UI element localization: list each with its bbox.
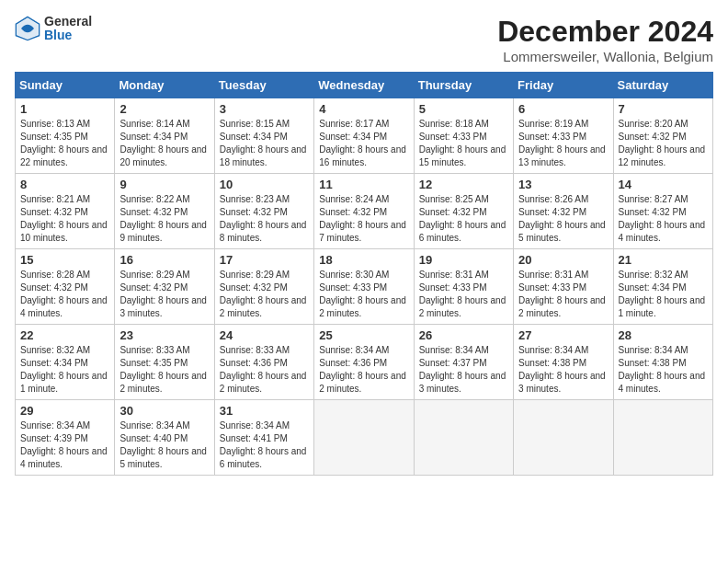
day-info: Sunrise: 8:19 AMSunset: 4:33 PMDaylight:… — [518, 118, 608, 169]
day-info: Sunrise: 8:34 AMSunset: 4:39 PMDaylight:… — [20, 419, 109, 471]
day-number: 20 — [518, 253, 608, 267]
day-number: 12 — [419, 178, 508, 191]
calendar-header-row: SundayMondayTuesdayWednesdayThursdayFrid… — [16, 73, 713, 98]
day-number: 31 — [220, 404, 309, 418]
day-number: 9 — [119, 178, 209, 191]
calendar-cell: 25Sunrise: 8:34 AMSunset: 4:36 PMDayligh… — [314, 325, 414, 400]
calendar-week-row: 1Sunrise: 8:13 AMSunset: 4:35 PMDaylight… — [16, 98, 713, 174]
day-number: 30 — [119, 404, 209, 418]
day-number: 19 — [419, 253, 508, 267]
calendar-cell: 28Sunrise: 8:34 AMSunset: 4:38 PMDayligh… — [613, 325, 712, 400]
day-number: 8 — [20, 178, 109, 191]
day-number: 11 — [319, 178, 408, 191]
calendar-cell: 12Sunrise: 8:25 AMSunset: 4:32 PMDayligh… — [414, 174, 513, 249]
calendar-cell: 14Sunrise: 8:27 AMSunset: 4:32 PMDayligh… — [613, 174, 712, 249]
calendar-cell — [514, 400, 613, 476]
day-info: Sunrise: 8:34 AMSunset: 4:38 PMDaylight:… — [619, 344, 708, 396]
day-info: Sunrise: 8:34 AMSunset: 4:37 PMDaylight:… — [419, 344, 508, 396]
calendar-cell: 31Sunrise: 8:34 AMSunset: 4:41 PMDayligh… — [214, 400, 313, 476]
calendar-cell: 21Sunrise: 8:32 AMSunset: 4:34 PMDayligh… — [613, 249, 712, 325]
title-area: December 2024 Lommersweiler, Wallonia, B… — [497, 15, 713, 64]
day-header-sunday: Sunday — [16, 73, 115, 98]
day-info: Sunrise: 8:17 AMSunset: 4:34 PMDaylight:… — [319, 118, 408, 169]
day-info: Sunrise: 8:15 AMSunset: 4:34 PMDaylight:… — [220, 118, 309, 169]
day-number: 6 — [518, 102, 608, 116]
calendar-cell: 20Sunrise: 8:31 AMSunset: 4:33 PMDayligh… — [514, 249, 613, 325]
day-number: 14 — [619, 178, 708, 191]
day-info: Sunrise: 8:21 AMSunset: 4:32 PMDaylight:… — [20, 193, 109, 245]
calendar-cell: 16Sunrise: 8:29 AMSunset: 4:32 PMDayligh… — [115, 249, 214, 325]
day-info: Sunrise: 8:25 AMSunset: 4:32 PMDaylight:… — [419, 193, 508, 245]
day-info: Sunrise: 8:13 AMSunset: 4:35 PMDaylight:… — [20, 118, 109, 169]
day-number: 26 — [419, 328, 508, 342]
day-number: 3 — [220, 102, 309, 116]
day-info: Sunrise: 8:14 AMSunset: 4:34 PMDaylight:… — [119, 118, 209, 169]
day-header-thursday: Thursday — [414, 73, 513, 98]
logo-icon — [15, 16, 40, 41]
calendar-cell: 15Sunrise: 8:28 AMSunset: 4:32 PMDayligh… — [16, 249, 115, 325]
calendar-cell — [414, 400, 513, 476]
calendar-cell: 3Sunrise: 8:15 AMSunset: 4:34 PMDaylight… — [214, 98, 313, 174]
calendar-cell: 17Sunrise: 8:29 AMSunset: 4:32 PMDayligh… — [214, 249, 313, 325]
calendar-cell: 26Sunrise: 8:34 AMSunset: 4:37 PMDayligh… — [414, 325, 513, 400]
calendar-week-row: 15Sunrise: 8:28 AMSunset: 4:32 PMDayligh… — [16, 249, 713, 325]
day-number: 17 — [220, 253, 309, 267]
calendar-cell: 4Sunrise: 8:17 AMSunset: 4:34 PMDaylight… — [314, 98, 414, 174]
day-info: Sunrise: 8:33 AMSunset: 4:36 PMDaylight:… — [220, 344, 309, 396]
location-subtitle: Lommersweiler, Wallonia, Belgium — [497, 49, 713, 64]
calendar-cell: 27Sunrise: 8:34 AMSunset: 4:38 PMDayligh… — [514, 325, 613, 400]
logo-general-text: General — [44, 15, 92, 29]
day-info: Sunrise: 8:34 AMSunset: 4:41 PMDaylight:… — [220, 419, 309, 471]
calendar-cell: 8Sunrise: 8:21 AMSunset: 4:32 PMDaylight… — [16, 174, 115, 249]
calendar-cell: 29Sunrise: 8:34 AMSunset: 4:39 PMDayligh… — [16, 400, 115, 476]
day-info: Sunrise: 8:34 AMSunset: 4:36 PMDaylight:… — [319, 344, 408, 396]
calendar-week-row: 8Sunrise: 8:21 AMSunset: 4:32 PMDaylight… — [16, 174, 713, 249]
calendar-cell — [314, 400, 414, 476]
day-header-tuesday: Tuesday — [214, 73, 313, 98]
calendar-cell: 13Sunrise: 8:26 AMSunset: 4:32 PMDayligh… — [514, 174, 613, 249]
day-header-friday: Friday — [514, 73, 613, 98]
day-info: Sunrise: 8:30 AMSunset: 4:33 PMDaylight:… — [319, 269, 408, 320]
calendar-cell — [613, 400, 712, 476]
day-number: 27 — [518, 328, 608, 342]
day-number: 23 — [119, 328, 209, 342]
calendar-table: SundayMondayTuesdayWednesdayThursdayFrid… — [15, 72, 713, 476]
day-number: 4 — [319, 102, 408, 116]
day-number: 15 — [20, 253, 109, 267]
day-info: Sunrise: 8:27 AMSunset: 4:32 PMDaylight:… — [619, 193, 708, 245]
day-header-wednesday: Wednesday — [314, 73, 414, 98]
day-number: 28 — [619, 328, 708, 342]
day-info: Sunrise: 8:32 AMSunset: 4:34 PMDaylight:… — [20, 344, 109, 396]
day-number: 21 — [619, 253, 708, 267]
logo: General Blue — [15, 15, 92, 43]
calendar-cell: 5Sunrise: 8:18 AMSunset: 4:33 PMDaylight… — [414, 98, 513, 174]
day-info: Sunrise: 8:24 AMSunset: 4:32 PMDaylight:… — [319, 193, 408, 245]
calendar-week-row: 29Sunrise: 8:34 AMSunset: 4:39 PMDayligh… — [16, 400, 713, 476]
header: General Blue December 2024 Lommersweiler… — [15, 15, 713, 64]
day-number: 1 — [20, 102, 109, 116]
day-info: Sunrise: 8:29 AMSunset: 4:32 PMDaylight:… — [119, 269, 209, 320]
day-number: 22 — [20, 328, 109, 342]
calendar-cell: 30Sunrise: 8:34 AMSunset: 4:40 PMDayligh… — [115, 400, 214, 476]
calendar-cell: 22Sunrise: 8:32 AMSunset: 4:34 PMDayligh… — [16, 325, 115, 400]
day-info: Sunrise: 8:23 AMSunset: 4:32 PMDaylight:… — [220, 193, 309, 245]
day-info: Sunrise: 8:32 AMSunset: 4:34 PMDaylight:… — [619, 269, 708, 320]
day-number: 25 — [319, 328, 408, 342]
day-number: 29 — [20, 404, 109, 418]
day-header-monday: Monday — [115, 73, 214, 98]
day-info: Sunrise: 8:31 AMSunset: 4:33 PMDaylight:… — [419, 269, 508, 320]
calendar-cell: 24Sunrise: 8:33 AMSunset: 4:36 PMDayligh… — [214, 325, 313, 400]
day-number: 16 — [119, 253, 209, 267]
day-info: Sunrise: 8:18 AMSunset: 4:33 PMDaylight:… — [419, 118, 508, 169]
day-number: 5 — [419, 102, 508, 116]
day-number: 13 — [518, 178, 608, 191]
day-info: Sunrise: 8:31 AMSunset: 4:33 PMDaylight:… — [518, 269, 608, 320]
calendar-cell: 9Sunrise: 8:22 AMSunset: 4:32 PMDaylight… — [115, 174, 214, 249]
calendar-cell: 1Sunrise: 8:13 AMSunset: 4:35 PMDaylight… — [16, 98, 115, 174]
day-info: Sunrise: 8:29 AMSunset: 4:32 PMDaylight:… — [220, 269, 309, 320]
day-info: Sunrise: 8:34 AMSunset: 4:40 PMDaylight:… — [119, 419, 209, 471]
day-info: Sunrise: 8:34 AMSunset: 4:38 PMDaylight:… — [518, 344, 608, 396]
calendar-cell: 19Sunrise: 8:31 AMSunset: 4:33 PMDayligh… — [414, 249, 513, 325]
calendar-cell: 23Sunrise: 8:33 AMSunset: 4:35 PMDayligh… — [115, 325, 214, 400]
day-number: 24 — [220, 328, 309, 342]
